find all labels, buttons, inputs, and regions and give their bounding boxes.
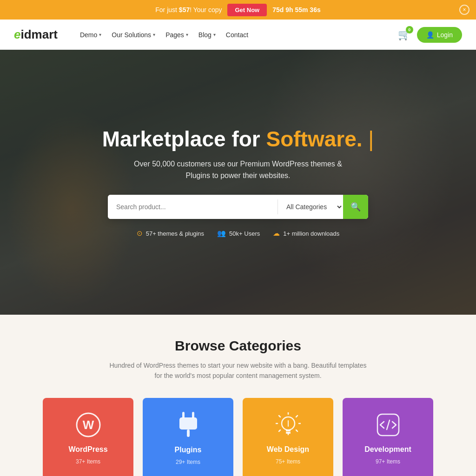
countdown-timer: 75d 9h 55m 36s [272, 6, 321, 13]
cart-badge: 0 [406, 26, 413, 33]
category-select[interactable]: All Categories WordPress Plugins Web Des… [278, 195, 343, 219]
browse-subtitle: Hundred of WordPress themes to start you… [108, 360, 368, 381]
nav-label-blog: Blog [198, 31, 212, 39]
svg-rect-2 [182, 412, 185, 418]
banner-text: For just $57! Your copy [155, 6, 222, 13]
hero-subtitle: Over 50,000 customers use our Premium Wo… [126, 158, 350, 182]
hero-stat-themes: ⊙ 57+ themes & plugins [137, 229, 204, 238]
svg-rect-4 [179, 417, 197, 430]
logo[interactable]: e idmart [14, 27, 58, 42]
hero-section: Marketplace for Software. | Over 50,000 … [0, 50, 476, 315]
nav-item-demo[interactable]: Demo ▾ [76, 28, 105, 41]
category-card-development[interactable]: Development 97+ Items [343, 398, 433, 476]
category-name-plugins: Plugins [175, 446, 202, 454]
chevron-down-icon: ▾ [186, 32, 188, 37]
nav-label-demo: Demo [80, 31, 97, 39]
category-card-wordpress[interactable]: W WordPress 37+ Items [43, 398, 133, 476]
downloads-icon: ☁ [273, 229, 280, 238]
wordpress-icon: W [76, 412, 101, 441]
category-count-webdesign: 75+ Items [276, 458, 300, 465]
search-input[interactable] [108, 195, 278, 219]
banner-price: $57 [179, 6, 190, 13]
nav-right: 🛒 0 👤 Login [398, 27, 462, 43]
navbar: e idmart Demo ▾ Our Solutions ▾ Pages ▾ … [0, 20, 476, 50]
hero-stat-users-text: 50k+ Users [229, 230, 260, 237]
svg-text:W: W [82, 418, 94, 432]
category-count-wordpress: 37+ Items [76, 458, 100, 465]
logo-e: e [14, 27, 20, 42]
webdesign-icon [276, 412, 301, 441]
chevron-down-icon: ▾ [213, 32, 216, 37]
chevron-down-icon: ▾ [99, 32, 101, 37]
themes-icon: ⊙ [137, 229, 143, 238]
category-card-webdesign[interactable]: Web Design 75+ Items [243, 398, 333, 476]
hero-stat-users: 👥 50k+ Users [217, 229, 260, 238]
svg-line-12 [296, 430, 298, 431]
nav-label-pages: Pages [165, 31, 184, 39]
category-count-development: 97+ Items [376, 458, 400, 465]
nav-item-solutions[interactable]: Our Solutions ▾ [108, 28, 159, 41]
users-icon: 👥 [217, 229, 226, 238]
hero-title-highlight: Software. [266, 127, 363, 151]
svg-rect-3 [192, 412, 194, 418]
category-name-webdesign: Web Design [267, 445, 309, 454]
person-icon: 👤 [426, 31, 434, 39]
search-button[interactable]: 🔍 [343, 195, 368, 219]
hero-stat-downloads: ☁ 1+ million downloads [273, 229, 339, 238]
nav-item-blog[interactable]: Blog ▾ [195, 28, 219, 41]
category-name-development: Development [364, 445, 411, 454]
nav-links: Demo ▾ Our Solutions ▾ Pages ▾ Blog ▾ Co… [76, 28, 379, 41]
svg-rect-17 [286, 432, 291, 434]
nav-label-contact: Contact [226, 31, 248, 39]
svg-rect-16 [286, 430, 291, 431]
hero-title-part1: Marketplace for [102, 127, 266, 151]
category-card-plugins[interactable]: Plugins 29+ Items [143, 398, 233, 476]
hero-stats: ⊙ 57+ themes & plugins 👥 50k+ Users ☁ 1+… [102, 229, 374, 238]
login-button[interactable]: 👤 Login [417, 27, 462, 43]
hero-title: Marketplace for Software. | [102, 127, 374, 152]
hero-stat-downloads-text: 1+ million downloads [283, 230, 339, 237]
svg-line-11 [279, 416, 280, 417]
svg-line-14 [279, 430, 280, 431]
hero-title-cursor: | [368, 127, 374, 151]
categories-grid: W WordPress 37+ Items Plugins 29+ Items [28, 398, 448, 476]
search-bar: All Categories WordPress Plugins Web Des… [108, 195, 368, 219]
svg-rect-5 [187, 430, 190, 437]
svg-line-13 [296, 416, 298, 417]
search-icon: 🔍 [350, 202, 361, 212]
development-icon [376, 412, 401, 441]
category-count-plugins: 29+ Items [176, 459, 200, 465]
hero-content: Marketplace for Software. | Over 50,000 … [93, 127, 383, 238]
plugins-icon [177, 412, 200, 441]
logo-text: idmart [20, 27, 57, 42]
nav-item-contact[interactable]: Contact [222, 28, 252, 41]
browse-title: Browse Categories [28, 338, 448, 354]
login-label: Login [437, 31, 453, 39]
browse-section: Browse Categories Hundred of WordPress t… [0, 315, 476, 476]
top-banner: For just $57! Your copy Get Now 75d 9h 5… [0, 0, 476, 20]
nav-item-pages[interactable]: Pages ▾ [162, 28, 192, 41]
nav-label-solutions: Our Solutions [112, 31, 151, 39]
get-now-button[interactable]: Get Now [227, 4, 267, 16]
svg-line-19 [387, 420, 390, 430]
category-name-wordpress: WordPress [68, 445, 107, 454]
chevron-down-icon: ▾ [153, 32, 155, 37]
close-banner-button[interactable]: × [459, 5, 469, 15]
hero-stat-themes-text: 57+ themes & plugins [146, 230, 204, 237]
cart-button[interactable]: 🛒 0 [398, 29, 410, 41]
